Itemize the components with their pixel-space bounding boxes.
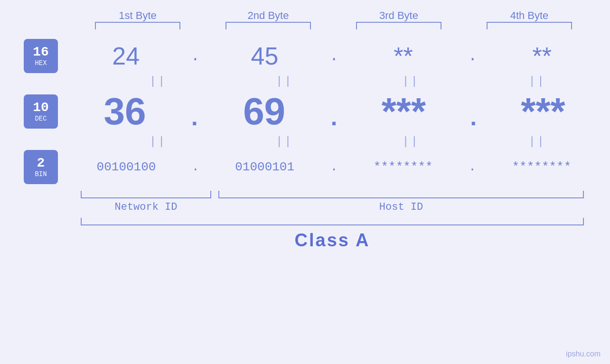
class-label-container: Class A [81, 230, 584, 251]
bin-byte-2: 01000101 [217, 160, 312, 174]
host-id-label: Host ID [218, 201, 584, 213]
byte-label-2: 2nd Byte [216, 9, 320, 22]
equals-1-1: || [111, 75, 206, 88]
dec-byte-3: *** [356, 90, 451, 133]
bin-byte-4: ******** [494, 160, 589, 174]
dec-row: 10 DEC 36 . 69 . *** . *** [0, 90, 610, 133]
bin-dot-3: . [469, 160, 476, 174]
dec-byte-2: 69 [217, 90, 312, 133]
equals-row-1: || || || || [0, 73, 610, 90]
dec-byte-4: *** [496, 90, 591, 133]
dec-badge-name: DEC [35, 115, 47, 122]
byte-label-3: 3rd Byte [347, 9, 451, 22]
byte-label-4: 4th Byte [477, 9, 582, 22]
bin-byte-1: 00100100 [79, 160, 174, 174]
equals-row-2: || || || || [0, 133, 610, 150]
top-bracket-1 [95, 22, 180, 29]
hex-dot-1: . [191, 47, 200, 65]
hex-byte-4: ** [495, 42, 590, 70]
host-bracket [218, 191, 584, 198]
hex-row: 16 HEX 24 . 45 . ** . ** [0, 39, 610, 73]
byte-label-1: 1st Byte [85, 9, 190, 22]
bin-row: 2 BIN 00100100 . 01000101 . ******** . *… [0, 150, 610, 184]
bin-values: 00100100 . 01000101 . ******** . *******… [58, 160, 610, 174]
hex-byte-1: 24 [78, 42, 173, 70]
bin-dot-1: . [192, 160, 199, 174]
bin-dot-2: . [330, 160, 338, 174]
network-id-label: Network ID [81, 201, 211, 213]
dec-dot-1: . [188, 105, 202, 132]
dec-dot-2: . [327, 105, 341, 132]
bottom-brackets [81, 191, 584, 198]
bin-byte-3: ******** [356, 160, 450, 174]
equals-1-2: || [237, 75, 332, 88]
hex-byte-3: ** [356, 42, 451, 70]
equals-1-3: || [364, 75, 459, 88]
class-label: Class A [295, 230, 370, 250]
class-bracket [81, 218, 584, 225]
main-container: 1st Byte 2nd Byte 3rd Byte 4th Byte 16 H… [0, 0, 610, 364]
bin-badge-number: 2 [37, 156, 45, 171]
hex-badge-number: 16 [33, 45, 49, 60]
bottom-section: Network ID Host ID Class A [0, 188, 610, 251]
equals-2-2: || [237, 135, 332, 148]
top-bracket-3 [356, 22, 441, 29]
equals-2-1: || [111, 135, 206, 148]
bin-badge-name: BIN [35, 170, 47, 178]
hex-badge: 16 HEX [24, 39, 58, 73]
hex-badge-name: HEX [35, 59, 47, 67]
top-bracket-4 [487, 22, 572, 29]
hex-dot-3: . [468, 47, 477, 65]
equals-2-4: || [490, 135, 585, 148]
dec-dot-3: . [466, 105, 480, 132]
top-bracket-2 [225, 22, 311, 29]
hex-dot-2: . [329, 47, 338, 65]
dec-byte-1: 36 [77, 90, 172, 133]
top-bracket-row [73, 22, 595, 29]
hex-byte-2: 45 [217, 42, 312, 70]
hex-values: 24 . 45 . ** . ** [58, 42, 610, 70]
network-bracket [81, 191, 211, 198]
dec-badge-number: 10 [33, 101, 49, 115]
bin-badge: 2 BIN [24, 150, 58, 184]
bottom-labels: Network ID Host ID [81, 201, 584, 213]
watermark: ipshu.com [566, 350, 601, 358]
equals-1-4: || [490, 75, 585, 88]
dec-badge: 10 DEC [24, 94, 58, 129]
header-row: 1st Byte 2nd Byte 3rd Byte 4th Byte [73, 9, 595, 22]
dec-values: 36 . 69 . *** . *** [58, 90, 610, 133]
equals-2-3: || [364, 135, 459, 148]
